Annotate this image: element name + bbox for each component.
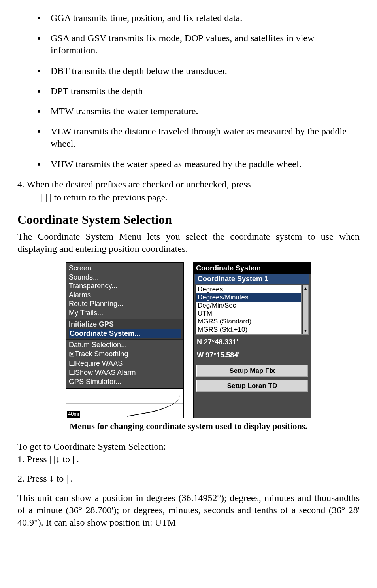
menu-item[interactable]: Route Planning... bbox=[69, 299, 181, 308]
list-item[interactable]: MGRS (Std.+10) bbox=[196, 326, 301, 334]
checkbox-unchecked-icon: ☐ bbox=[69, 359, 75, 367]
bullet-item: VHW transmits the water speed as measure… bbox=[46, 158, 360, 170]
scroll-up-icon[interactable]: ▴ bbox=[304, 285, 307, 292]
menu-bottom-group: Datum Selection... ⊠Track Smoothing ☐Req… bbox=[66, 340, 183, 388]
menu-item[interactable]: Datum Selection... bbox=[69, 340, 181, 350]
nmea-bullet-list: GGA transmits time, position, and fix re… bbox=[17, 12, 360, 170]
step-4-line-2: | | | to return to the previous page. bbox=[17, 191, 360, 204]
final-paragraph: This unit can show a position in degrees… bbox=[17, 492, 360, 529]
bullet-item: VLW transmits the distance traveled thro… bbox=[46, 125, 360, 150]
menu-item[interactable]: Alarms... bbox=[69, 291, 181, 300]
map-scale-label: 40mi bbox=[67, 411, 80, 418]
checkbox-checked-icon: ⊠ bbox=[69, 350, 75, 358]
setup-loran-td-button[interactable]: Setup Loran TD bbox=[196, 380, 308, 392]
mini-map: 40mi bbox=[66, 388, 183, 418]
setup-map-fix-button[interactable]: Setup Map Fix bbox=[196, 365, 308, 377]
list-item-selected[interactable]: Degrees/Minutes bbox=[196, 293, 301, 301]
list-item[interactable]: Degrees bbox=[196, 285, 301, 293]
step-1: 1. Press | |↓ to | . bbox=[17, 453, 360, 465]
list-item[interactable]: UTM bbox=[196, 310, 301, 318]
step-2: 2. Press ↓ to | . bbox=[17, 473, 360, 485]
scrollbar[interactable]: ▴ ▾ bbox=[302, 285, 309, 335]
menu-item[interactable]: My Trails... bbox=[69, 308, 181, 318]
menu-top-group: Screen... Sounds... Transparency... Alar… bbox=[66, 263, 183, 319]
dialog-buttons: Setup Map Fix Setup Loran TD bbox=[194, 364, 311, 397]
list-item[interactable]: MGRS (Standard) bbox=[196, 318, 301, 325]
checkbox-show-waas-alarm[interactable]: ☐Show WAAS Alarm bbox=[69, 368, 181, 377]
coord-north: N 27°48.331' bbox=[197, 337, 307, 348]
checkbox-label: Show WAAS Alarm bbox=[75, 369, 136, 376]
screenshot-coord-system: Coordinate System Coordinate System 1 De… bbox=[193, 262, 311, 418]
menu-item-initialize-gps[interactable]: Initialize GPS bbox=[69, 320, 181, 329]
menu-item[interactable]: Transparency... bbox=[69, 282, 181, 291]
coord-west: W 97°15.584' bbox=[197, 350, 307, 361]
scroll-down-icon[interactable]: ▾ bbox=[304, 328, 307, 334]
menu-item[interactable]: Screen... bbox=[69, 264, 181, 273]
menu-item[interactable]: Sounds... bbox=[69, 273, 181, 282]
navigation-steps: To get to Coordinate System Selection: 1… bbox=[17, 441, 360, 485]
screenshot-row: Screen... Sounds... Transparency... Alar… bbox=[17, 262, 360, 418]
coord-list-wrap: Degrees Degrees/Minutes Deg/Min/Sec UTM … bbox=[195, 285, 309, 335]
bullet-item: DPT transmits the depth bbox=[46, 85, 360, 97]
bullet-item: GGA transmits time, position, and fix re… bbox=[46, 12, 360, 24]
coord-readout: N 27°48.331' W 97°15.584' bbox=[194, 336, 311, 364]
checkbox-require-waas[interactable]: ☐Require WAAS bbox=[69, 359, 181, 368]
bullet-item: GSA and GSV transmits fix mode, DOP valu… bbox=[46, 32, 360, 57]
menu-item-coordinate-system-selected[interactable]: Coordinate System... bbox=[69, 329, 181, 338]
section-heading: Coordinate System Selection bbox=[17, 212, 360, 228]
menu-item[interactable]: GPS Simulator... bbox=[69, 377, 181, 386]
checkbox-unchecked-icon: ☐ bbox=[69, 369, 75, 376]
section-body: The Coordinate System Menu lets you sele… bbox=[17, 231, 360, 255]
bullet-item: DBT transmits the depth below the transd… bbox=[46, 65, 360, 77]
checkbox-track-smoothing[interactable]: ⊠Track Smoothing bbox=[69, 350, 181, 359]
checkbox-label: Require WAAS bbox=[75, 359, 123, 367]
list-item[interactable]: Deg/Min/Sec bbox=[196, 302, 301, 310]
bullet-item: MTW transmits the water temperature. bbox=[46, 105, 360, 117]
screenshot-menu: Screen... Sounds... Transparency... Alar… bbox=[66, 262, 184, 418]
step-4-line-1: 4. When the desired prefixes are checked… bbox=[17, 178, 360, 191]
dialog-title: Coordinate System bbox=[194, 263, 311, 274]
coord-format-list[interactable]: Degrees Degrees/Minutes Deg/Min/Sec UTM … bbox=[195, 285, 302, 335]
steps-intro: To get to Coordinate System Selection: bbox=[17, 441, 360, 453]
checkbox-label: Track Smoothing bbox=[75, 350, 128, 358]
figure-caption: Menus for changing coordinate system use… bbox=[17, 421, 360, 432]
dialog-subtitle: Coordinate System 1 bbox=[195, 274, 309, 284]
menu-mid-group: Initialize GPS Coordinate System... bbox=[66, 319, 183, 340]
